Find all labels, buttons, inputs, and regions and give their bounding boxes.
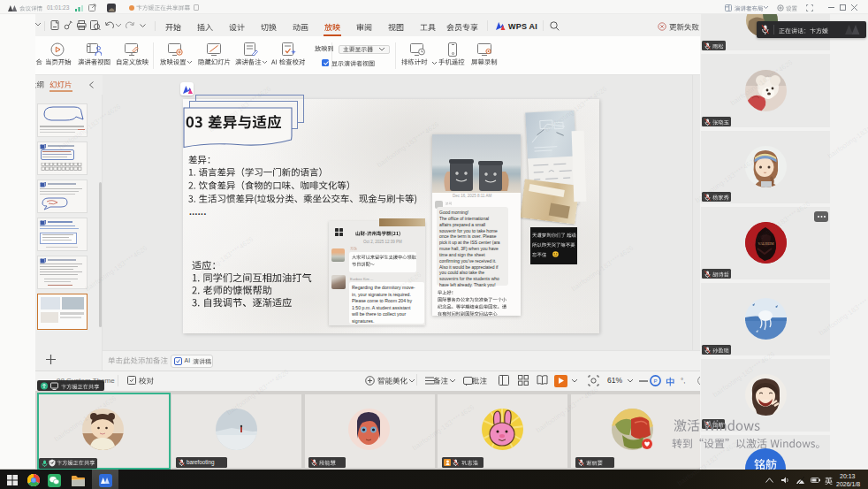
svg-text:P: P [653,378,657,384]
